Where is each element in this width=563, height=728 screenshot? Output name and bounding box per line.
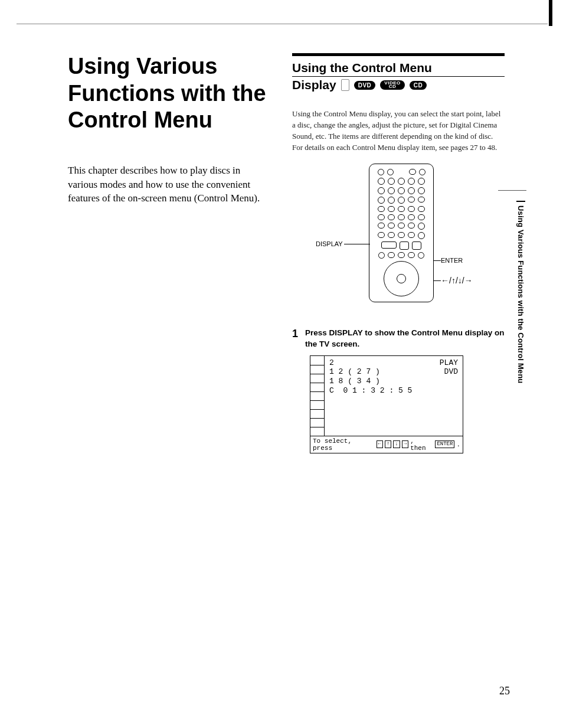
chapter-title: Using Various Functions with the Control… — [68, 53, 269, 134]
page-number: 25 — [499, 685, 510, 697]
badge-cd: CD — [410, 81, 427, 90]
section-title: Using the Control Menu — [292, 61, 505, 77]
label-enter: ENTER — [441, 257, 463, 264]
badge-dvd: DVD — [354, 81, 376, 90]
chapter-intro: This chapter describes how to play discs… — [68, 164, 269, 205]
remote-diagram: DISPLAY ENTER ←/↑/↓/→ — [316, 164, 481, 311]
enter-key-icon: ENTER — [435, 440, 454, 448]
label-display: DISPLAY — [316, 240, 343, 247]
arrow-up-icon: ↑ — [385, 440, 391, 448]
badge-video-cd: VIDEOCD — [380, 80, 404, 90]
tv-screen: 2 1 2 ( 2 7 ) 1 8 ( 3 4 ) C 0 1 : 3 2 : … — [310, 355, 463, 453]
section-rule — [292, 53, 505, 56]
arrow-down-icon: ↓ — [393, 440, 400, 448]
tv-readout: 2 1 2 ( 2 7 ) 1 8 ( 3 4 ) C 0 1 : 3 2 : … — [329, 358, 412, 433]
label-arrows: ←/↑/↓/→ — [441, 276, 473, 285]
arrow-left-icon: ← — [377, 440, 383, 448]
remote-mini-icon — [341, 79, 349, 91]
section-subtitle: Display — [292, 78, 336, 92]
step-text: Press DISPLAY to show the Control Menu d… — [305, 328, 505, 349]
section-body: Using the Control Menu display, you can … — [292, 109, 505, 153]
tv-footer: To select, press ← ↑ ↓ → , then ENTER. — [310, 436, 463, 453]
side-tab: Using Various Functions with the Control… — [516, 201, 525, 384]
dpad-icon — [384, 261, 419, 296]
tv-status: PLAYDVD — [440, 358, 458, 433]
tv-menu-icons — [310, 356, 325, 436]
remote-outline — [369, 164, 434, 302]
arrow-right-icon: → — [402, 440, 408, 448]
step-number: 1 — [292, 328, 298, 349]
